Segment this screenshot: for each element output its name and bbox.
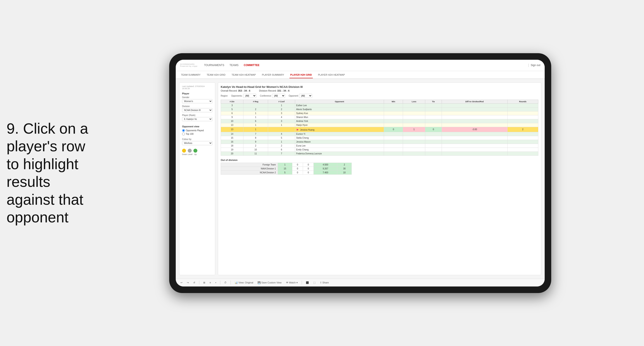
toolbar-sep1 — [199, 281, 199, 285]
table-row[interactable]: 1585Stella Cheng — [221, 136, 538, 140]
colour-section: Colour by Win/loss Down Level Up — [182, 138, 212, 156]
tab-player-h2h-heatmap[interactable]: PLAYER H2H HEATMAP — [317, 72, 346, 78]
toolbar-sep3 — [230, 281, 231, 285]
toolbar-grid[interactable]: ⊞ — [202, 281, 206, 285]
toolbar-timer[interactable]: ⏱ — [223, 281, 228, 285]
table-row[interactable]: 914Sharon Mun — [221, 115, 538, 119]
toolbar-save-custom[interactable]: 💾 Save Custom View — [256, 281, 283, 285]
opponent-select[interactable]: (All) — [299, 94, 312, 98]
region-label: Region — [221, 95, 228, 97]
radio-group: Opponents Played Top 100 — [182, 129, 212, 135]
table-row[interactable]: 613Sydney Kuo — [221, 111, 538, 115]
opponent-view-section: Opponent view Opponents Played Top 100 — [182, 125, 212, 135]
logo-title: SCOREBOARD — [180, 63, 198, 65]
table-row[interactable]: 1474Eunice Yi — [221, 132, 538, 136]
toolbar-window[interactable]: ⬚ — [312, 281, 317, 285]
col-rounds: Rounds — [507, 100, 538, 103]
toolbar-redo[interactable]: ↪ — [186, 281, 190, 285]
opponents-filter: Opponents: (All) — [231, 94, 256, 98]
player-h2h-grid-table: # Div # Reg # Conf Opponent Win Loss Tie… — [221, 100, 538, 156]
radio-opponents-played[interactable]: Opponents Played — [182, 129, 212, 132]
bottom-toolbar: ↩ ↪ ↺ ⊞ ≡ • ⏱ 📊 View: Original 💾 Save Cu… — [176, 279, 545, 287]
panel-title: Katelyn Vo Head-to-Head Grid for Women's… — [221, 85, 538, 89]
out-of-division-title: Out of division — [221, 159, 538, 161]
opponent-label: Opponent — [288, 95, 298, 97]
col-conf: # Conf — [268, 100, 295, 103]
table-row[interactable]: 1691Jessica Mason — [221, 140, 538, 144]
data-panel: Katelyn Vo Head-to-Head Grid for Women's… — [218, 82, 541, 275]
nav-tournaments[interactable]: TOURNAMENTS — [204, 64, 224, 67]
gender-label: Gender — [182, 96, 212, 99]
toolbar-share[interactable]: ⇧ Share — [318, 281, 330, 285]
table-row[interactable]: 131►Jessica Huang010-3.002 — [221, 127, 538, 132]
toolbar-dot[interactable]: • — [214, 281, 218, 285]
nav-bar: SCOREBOARD Powered by clippi TOURNAMENTS… — [176, 60, 545, 71]
table-row[interactable]: 522Alexis Sudjianto — [221, 107, 538, 111]
opponents-select[interactable]: (All) — [243, 94, 256, 98]
tab-team-h2h-grid[interactable]: TEAM H2H GRID — [206, 72, 226, 78]
sidebar-player-title: Player — [182, 92, 212, 95]
colour-dot-level — [188, 149, 192, 153]
logo-sub: Powered by clippi — [180, 65, 198, 67]
player-rank-select[interactable]: 8. Katelyn Vo — [182, 117, 212, 121]
sign-out-button[interactable]: Sign out — [531, 64, 540, 67]
annotation-text: 9. Click on a player's row to highlight … — [6, 120, 90, 226]
toolbar-sep4 — [302, 281, 302, 285]
colour-dot-up — [194, 149, 197, 153]
filters-row: Region Opponents: (All) Conference (All) — [221, 94, 538, 98]
toolbar-sep2 — [220, 281, 220, 285]
table-row[interactable]: 20117Federica Domecq Lacroze — [221, 152, 538, 156]
overall-record: Overall Record: 353 - 34 - 6 — [221, 89, 250, 92]
table-row[interactable]: 1822Euna Lee — [221, 144, 538, 148]
division-select[interactable]: NCAA Division III — [182, 108, 212, 112]
sidebar-timestamp: Last Updated: 27/03/2024 16:55:28 — [182, 85, 212, 90]
out-of-division-row[interactable]: NAIA Division 115009.26730 — [221, 167, 352, 171]
toolbar-fullscreen[interactable]: ⬛ — [304, 281, 310, 285]
tab-player-h2h-grid[interactable]: PLAYER H2H GRID — [290, 72, 313, 78]
colour-by-label: Colour by — [182, 138, 212, 140]
radio-top-100[interactable]: Top 100 — [182, 133, 212, 135]
table-row[interactable]: 19106Emily Chang — [221, 148, 538, 152]
device-screen: SCOREBOARD Powered by clippi TOURNAMENTS… — [176, 60, 545, 287]
tab-team-h2h-heatmap[interactable]: TEAM H2H HEATMAP — [231, 72, 257, 78]
col-diff: Diff Av Strokes/Rnd — [442, 100, 507, 103]
col-div: # Div — [221, 100, 244, 103]
colour-dot-down — [182, 149, 186, 153]
out-of-division-row[interactable]: NCAA Division 25007.40010 — [221, 171, 352, 174]
conference-select[interactable]: (All) — [272, 94, 285, 98]
division-label: Division — [182, 105, 212, 108]
app-logo: SCOREBOARD Powered by clippi — [180, 63, 198, 67]
player-rank-label: Player (Rank) — [182, 114, 212, 116]
gender-select[interactable]: Women's — [182, 99, 212, 103]
opponents-label: Opponents: — [231, 95, 242, 97]
toolbar-undo[interactable]: ↩ — [179, 281, 184, 285]
table-row[interactable]: 31Esther Lee — [221, 103, 538, 107]
col-opponent: Opponent — [295, 100, 384, 103]
conference-label: Conference — [260, 95, 271, 97]
tab-player-summary[interactable]: PLAYER SUMMARY — [261, 72, 285, 78]
toolbar-view-original[interactable]: 📊 View: Original — [233, 281, 254, 285]
out-of-division-table: Foreign Team1004.5002NAIA Division 11500… — [221, 163, 352, 175]
opponent-filter: Opponent (All) — [288, 94, 312, 98]
colour-by-select[interactable]: Win/loss — [182, 141, 212, 145]
nav-links: TOURNAMENTS TEAMS COMMITTEE — [204, 64, 528, 67]
nav-teams[interactable]: TEAMS — [230, 64, 238, 67]
out-of-division-row[interactable]: Foreign Team1004.5002 — [221, 163, 352, 167]
toolbar-list[interactable]: ≡ — [208, 281, 212, 285]
col-reg: # Reg — [244, 100, 268, 103]
colour-dots — [182, 149, 212, 153]
main-content: Last Updated: 27/03/2024 16:55:28 Player… — [176, 79, 545, 279]
tab-team-summary[interactable]: TEAM SUMMARY — [180, 72, 202, 78]
col-tie: Tie — [425, 100, 442, 103]
panel-records: Overall Record: 353 - 34 - 6 Division Re… — [221, 89, 538, 92]
device-frame: SCOREBOARD Powered by clippi TOURNAMENTS… — [169, 53, 551, 293]
toolbar-refresh[interactable]: ↺ — [192, 281, 196, 285]
nav-committee[interactable]: COMMITTEE — [244, 64, 260, 67]
table-row[interactable]: 1311Haejo Hyun — [221, 123, 538, 127]
opponent-view-title: Opponent view — [182, 125, 212, 128]
toolbar-watch[interactable]: 👁 Watch ▾ — [285, 281, 299, 285]
colour-labels: Down Level Up — [182, 153, 212, 156]
table-row[interactable]: 1063Andrea York — [221, 119, 538, 123]
division-record: Division Record: 331 - 34 - 6 — [259, 89, 290, 92]
col-win: Win — [384, 100, 403, 103]
